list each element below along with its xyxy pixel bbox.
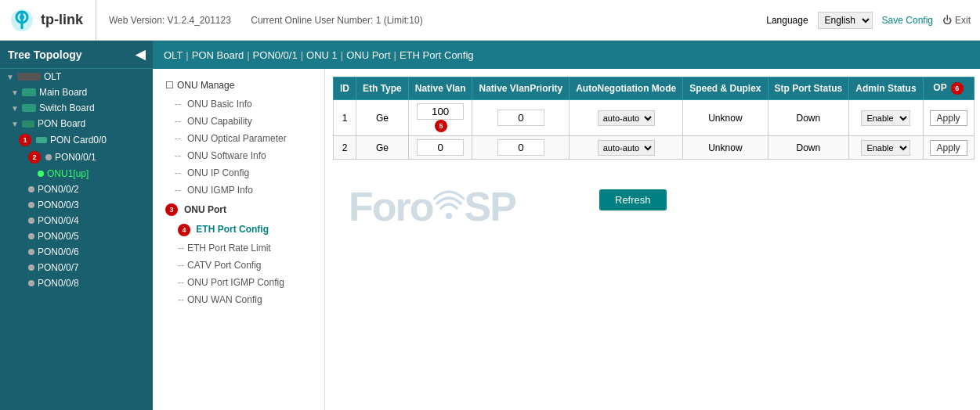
- admin-select-2[interactable]: Enable Disable: [861, 140, 910, 156]
- sidebar-item-pon007[interactable]: PON0/0/7: [0, 260, 153, 275]
- tplink-logo-icon: [9, 8, 34, 33]
- sidebar-item-pon008[interactable]: PON0/0/8: [0, 275, 153, 291]
- breadcrumb-onuport[interactable]: ONU Port: [346, 49, 390, 61]
- nav-item-eth-port-config[interactable]: 4 ETH Port Config: [153, 221, 324, 239]
- foroisp-watermark: Foro SP: [349, 183, 515, 230]
- sidebar-item-pon006[interactable]: PON0/0/6: [0, 244, 153, 260]
- save-config-button[interactable]: Save Config: [882, 15, 933, 26]
- header-right: Language English Save Config ⏻ Exit: [766, 12, 971, 29]
- wifi-watermark-icon: [433, 186, 465, 227]
- sep2: |: [247, 49, 249, 61]
- cell-admin-1: Enable Disable: [849, 100, 923, 136]
- sidebar-item-switchboard[interactable]: ▼ Switch Board: [0, 100, 153, 116]
- refresh-button[interactable]: Refresh: [599, 189, 667, 210]
- sep5: |: [394, 49, 396, 61]
- ponboard-icon: [22, 120, 34, 128]
- apply-button-2[interactable]: Apply: [930, 140, 967, 156]
- nav-item-onu-port-igmp[interactable]: --ONU Port IGMP Config: [153, 274, 324, 291]
- cell-op-2: Apply: [923, 136, 974, 160]
- pon006-icon: [28, 249, 34, 255]
- nav-item-onu-ip[interactable]: --ONU IP Config: [153, 164, 324, 182]
- col-op: OP 6: [923, 77, 974, 100]
- sidebar-item-olt-label: OLT: [44, 71, 61, 82]
- apply-button-1[interactable]: Apply: [930, 110, 967, 126]
- sidebar-item-poncard[interactable]: 1 PON Card0/0: [0, 131, 153, 149]
- badge-6: 6: [951, 82, 964, 95]
- checkbox-icon: ☐: [165, 80, 174, 91]
- sep1: |: [186, 49, 188, 61]
- cell-speed-2: Unknow: [683, 136, 768, 160]
- online-users: Current Online User Number: 1 (Limit:10): [251, 15, 422, 26]
- cell-native-vlan-1: 5: [408, 100, 472, 136]
- col-stp: Stp Port Status: [768, 77, 849, 100]
- sidebar-item-ponboard[interactable]: ▼ PON Board: [0, 116, 153, 131]
- native-vlan-pri-input-2[interactable]: [497, 139, 544, 156]
- native-vlan-input-1[interactable]: [417, 103, 464, 120]
- col-eth-type: Eth Type: [356, 77, 409, 100]
- sidebar-item-mainboard[interactable]: ▼ Main Board: [0, 85, 153, 100]
- port-badge-3: 3: [165, 203, 178, 216]
- sidebar-item-pon005[interactable]: PON0/0/5: [0, 228, 153, 244]
- sidebar-item-onu1[interactable]: ONU1[up]: [0, 166, 153, 182]
- nav-section-onu-port: 3 ONU Port: [153, 199, 324, 221]
- sidebar-item-pon007-label: PON0/0/7: [38, 262, 79, 273]
- breadcrumb-ethportconfig[interactable]: ETH Port Config: [400, 49, 474, 61]
- pon003-icon: [28, 202, 34, 208]
- table-row: 1 Ge 5 auto-auto: [334, 100, 975, 136]
- col-native-vlan: Native Vlan: [408, 77, 472, 100]
- main-layout: Tree Topology ◀ ▼ OLT ▼ Main Board ▼ Swi…: [0, 41, 980, 410]
- sidebar-item-pon005-label: PON0/0/5: [38, 231, 79, 242]
- sidebar-item-pon004[interactable]: PON0/0/4: [0, 213, 153, 228]
- nav-item-onu-igmp[interactable]: --ONU IGMP Info: [153, 182, 324, 199]
- nav-item-onu-wan[interactable]: --ONU WAN Config: [153, 291, 324, 308]
- breadcrumb-olt[interactable]: OLT: [164, 49, 183, 61]
- col-autoneg: AutoNegotiation Mode: [570, 77, 683, 100]
- sidebar-item-onu1-label: ONU1[up]: [47, 168, 89, 179]
- cell-stp-2: Down: [768, 136, 849, 160]
- pon002-icon: [28, 186, 34, 192]
- breadcrumb: OLT | PON Board | PON0/0/1 | ONU 1 | ONU…: [153, 41, 980, 69]
- cell-eth-type-2: Ge: [356, 136, 409, 160]
- cell-stp-1: Down: [768, 100, 849, 136]
- nav-item-onu-software[interactable]: --ONU Software Info: [153, 147, 324, 164]
- native-vlan-input-2[interactable]: [417, 139, 464, 156]
- sidebar: Tree Topology ◀ ▼ OLT ▼ Main Board ▼ Swi…: [0, 41, 153, 410]
- language-label: Language: [766, 15, 808, 26]
- cell-id-1: 1: [334, 100, 356, 136]
- sidebar-item-olt[interactable]: ▼ OLT: [0, 69, 153, 85]
- main-panel: ID Eth Type Native Vlan Native VlanPrior…: [325, 69, 980, 410]
- header: tp-link Web Version: V1.2.4_201123 Curre…: [0, 0, 980, 41]
- table-row: 2 Ge auto-auto 10-full: [334, 136, 975, 160]
- sidebar-item-pon006-label: PON0/0/6: [38, 246, 79, 257]
- breadcrumb-pon001[interactable]: PON0/0/1: [253, 49, 298, 61]
- nav-item-onu-basic-info[interactable]: --ONU Basic Info: [153, 95, 324, 113]
- cell-native-vlan-2: [408, 136, 472, 160]
- exit-button[interactable]: ⏻ Exit: [942, 15, 971, 26]
- admin-select-1[interactable]: Enable Disable: [861, 110, 910, 126]
- sub-content: ☐ ONU Manage --ONU Basic Info --ONU Capa…: [153, 69, 980, 410]
- autoneg-select-2[interactable]: auto-auto 10-full 10-half 100-full 100-h…: [598, 140, 655, 156]
- autoneg-select-1[interactable]: auto-auto 10-full 10-half 100-full 100-h…: [598, 110, 655, 126]
- cell-speed-1: Unknow: [683, 100, 768, 136]
- nav-item-onu-optical[interactable]: --ONU Optical Parameter: [153, 130, 324, 147]
- sidebar-item-pon008-label: PON0/0/8: [38, 278, 79, 289]
- refresh-container: Refresh: [599, 189, 667, 210]
- nav-item-eth-port-rate[interactable]: --ETH Port Rate Limit: [153, 239, 324, 257]
- sidebar-item-pon001[interactable]: 2 PON0/0/1: [0, 149, 153, 166]
- sidebar-item-pon002[interactable]: PON0/0/2: [0, 182, 153, 197]
- svg-point-4: [446, 213, 452, 219]
- nav-section-onu-manage: ☐ ONU Manage: [153, 75, 324, 95]
- nav-item-catv[interactable]: --CATV Port Config: [153, 257, 324, 274]
- nav-item-onu-capability[interactable]: --ONU Capability: [153, 113, 324, 130]
- web-version: Web Version: V1.2.4_201123: [109, 15, 231, 26]
- sidebar-header: Tree Topology ◀: [0, 41, 153, 69]
- native-vlan-pri-input-1[interactable]: [497, 110, 544, 126]
- pon005-icon: [28, 233, 34, 239]
- config-table: ID Eth Type Native Vlan Native VlanPrior…: [333, 77, 975, 160]
- breadcrumb-onu1[interactable]: ONU 1: [306, 49, 338, 61]
- language-select[interactable]: English: [818, 12, 873, 29]
- sidebar-collapse-button[interactable]: ◀: [136, 47, 145, 62]
- cell-native-vlan-pri-2: [472, 136, 570, 160]
- sidebar-item-pon003[interactable]: PON0/0/3: [0, 197, 153, 213]
- breadcrumb-ponboard[interactable]: PON Board: [192, 49, 244, 61]
